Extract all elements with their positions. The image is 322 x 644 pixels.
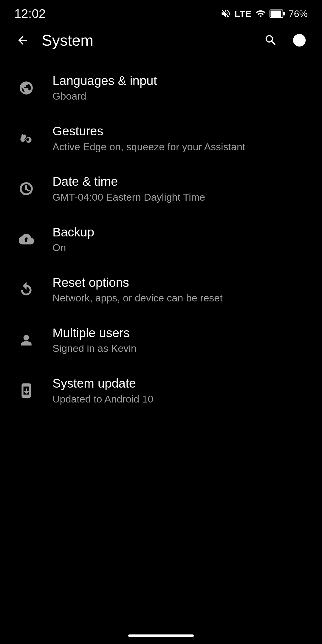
reset-icon (14, 278, 38, 301)
system-update-title: System update (52, 376, 308, 391)
reset-options-subtitle: Network, apps, or device can be reset (52, 292, 308, 304)
date-time-text: Date & time GMT-04:00 Eastern Daylight T… (52, 174, 308, 203)
person-icon (14, 328, 38, 352)
lte-label: LTE (235, 9, 252, 19)
gestures-text: Gestures Active Edge on, squeeze for you… (52, 124, 308, 153)
search-button[interactable] (259, 28, 283, 52)
settings-item-languages-input[interactable]: Languages & input Gboard (0, 63, 322, 113)
status-icons: LTE 76% (220, 8, 308, 19)
app-bar: System (0, 24, 322, 57)
settings-item-date-time[interactable]: Date & time GMT-04:00 Eastern Daylight T… (0, 163, 322, 214)
help-button[interactable] (287, 28, 311, 52)
languages-input-subtitle: Gboard (52, 90, 308, 102)
status-bar: 12:02 LTE 76% (0, 0, 322, 24)
gestures-title: Gestures (52, 124, 308, 139)
clock-icon (14, 177, 38, 201)
backup-subtitle: On (52, 242, 308, 254)
cloud-upload-icon (14, 227, 38, 251)
settings-item-system-update[interactable]: System update Updated to Android 10 (0, 365, 322, 416)
svg-point-4 (299, 43, 300, 44)
mute-icon (220, 8, 231, 19)
settings-item-backup[interactable]: Backup On (0, 214, 322, 264)
signal-icon (255, 8, 266, 19)
backup-title: Backup (52, 225, 308, 240)
system-update-text: System update Updated to Android 10 (52, 376, 308, 405)
gesture-icon (14, 126, 38, 150)
settings-item-gestures[interactable]: Gestures Active Edge on, squeeze for you… (0, 113, 322, 163)
system-update-icon (14, 379, 38, 402)
settings-item-reset-options[interactable]: Reset options Network, apps, or device c… (0, 264, 322, 315)
gestures-subtitle: Active Edge on, squeeze for your Assista… (52, 141, 308, 153)
battery-percent: 76% (289, 8, 308, 19)
multiple-users-subtitle: Signed in as Kevin (52, 342, 308, 354)
languages-input-title: Languages & input (52, 73, 308, 88)
backup-text: Backup On (52, 225, 308, 254)
languages-input-text: Languages & input Gboard (52, 73, 308, 102)
system-update-subtitle: Updated to Android 10 (52, 393, 308, 405)
back-button[interactable] (11, 28, 35, 52)
reset-options-text: Reset options Network, apps, or device c… (52, 275, 308, 304)
globe-icon (14, 76, 38, 100)
multiple-users-text: Multiple users Signed in as Kevin (52, 326, 308, 354)
home-indicator (128, 634, 194, 637)
battery-icon (270, 8, 285, 19)
svg-rect-2 (270, 11, 281, 17)
date-time-title: Date & time (52, 174, 308, 189)
app-bar-actions (259, 28, 311, 52)
multiple-users-title: Multiple users (52, 326, 308, 340)
settings-item-multiple-users[interactable]: Multiple users Signed in as Kevin (0, 315, 322, 365)
reset-options-title: Reset options (52, 275, 308, 290)
settings-list: Languages & input Gboard Gestures Active… (0, 57, 322, 416)
svg-rect-1 (283, 12, 285, 16)
status-time: 12:02 (14, 7, 46, 21)
page-title: System (42, 31, 259, 49)
date-time-subtitle: GMT-04:00 Eastern Daylight Time (52, 191, 308, 203)
